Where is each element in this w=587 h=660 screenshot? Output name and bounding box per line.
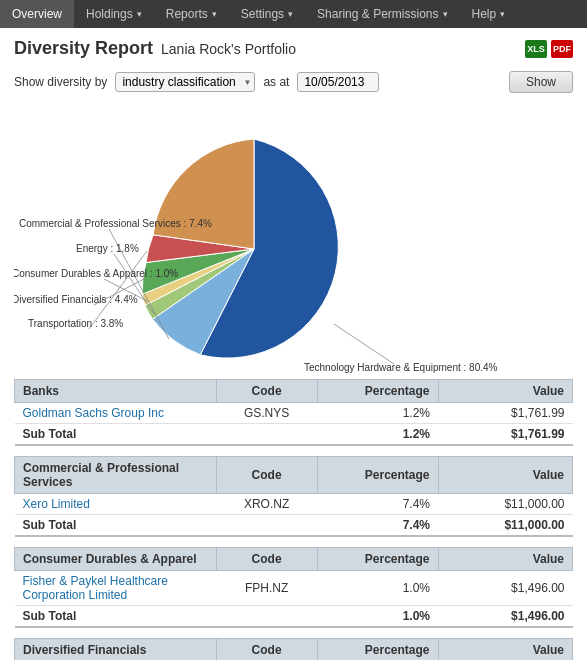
as-at-label: as at <box>263 75 289 89</box>
chevron-down-icon: ▾ <box>137 9 142 19</box>
chevron-down-icon: ▾ <box>500 9 505 19</box>
label-energy: Energy : 1.8% <box>76 243 139 254</box>
label-diversified: Diversified Financials : 4.4% <box>14 294 138 305</box>
banks-subtotal-val: $1,761.99 <box>438 424 572 446</box>
diversity-chart: Commercial & Professional Services : 7.4… <box>14 109 573 374</box>
show-diversity-label: Show diversity by <box>14 75 107 89</box>
commercial-table: Commercial & Professional Services Code … <box>14 456 573 537</box>
goldman-pct: 1.2% <box>317 403 438 424</box>
diversified-header: Diversified Financials Code Percentage V… <box>15 639 573 661</box>
diversified-table: Diversified Financials Code Percentage V… <box>14 638 573 660</box>
xero-name: Xero Limited <box>15 494 217 515</box>
chart-area: Commercial & Professional Services : 7.4… <box>0 99 587 379</box>
xero-code: XRO.NZ <box>216 494 317 515</box>
portfolio-name: Lania Rock's Portfolio <box>161 41 296 57</box>
consumer-subtotal-val: $1,496.00 <box>438 606 572 628</box>
banks-subtotal-pct: 1.2% <box>317 424 438 446</box>
consumer-table: Consumer Durables & Apparel Code Percent… <box>14 547 573 628</box>
date-input[interactable] <box>297 72 379 92</box>
table-row: Goldman Sachs Group Inc GS.NYS 1.2% $1,7… <box>15 403 573 424</box>
label-commercial: Commercial & Professional Services : 7.4… <box>19 218 212 229</box>
diversified-val-header: Value <box>438 639 572 661</box>
navigation: Overview Holdings ▾ Reports ▾ Settings ▾… <box>0 0 587 28</box>
banks-table: Banks Code Percentage Value Goldman Sach… <box>14 379 573 446</box>
nav-sharing[interactable]: Sharing & Permissions ▾ <box>305 0 459 28</box>
nav-reports[interactable]: Reports ▾ <box>154 0 229 28</box>
chevron-down-icon: ▾ <box>443 9 448 19</box>
banks-pct-header: Percentage <box>317 380 438 403</box>
consumer-code-header: Code <box>216 548 317 571</box>
banks-subtotal-label: Sub Total <box>15 424 217 446</box>
export-icons: XLS PDF <box>525 40 573 58</box>
chart-segment-banks <box>153 139 254 249</box>
commercial-subtotal: Sub Total 7.4% $11,000.00 <box>15 515 573 537</box>
tables-section: Banks Code Percentage Value Goldman Sach… <box>14 379 573 660</box>
svg-line-5 <box>334 324 394 364</box>
diversity-select[interactable]: industry classification <box>115 72 255 92</box>
banks-header: Banks Code Percentage Value <box>15 380 573 403</box>
chevron-down-icon: ▾ <box>288 9 293 19</box>
page-title: Diversity Report <box>14 38 153 59</box>
goldman-val: $1,761.99 <box>438 403 572 424</box>
banks-code-header: Code <box>216 380 317 403</box>
banks-section-label: Banks <box>15 380 217 403</box>
nav-overview[interactable]: Overview <box>0 0 74 28</box>
fph-code: FPH.NZ <box>216 571 317 606</box>
commercial-code-header: Code <box>216 457 317 494</box>
commercial-header: Commercial & Professional Services Code … <box>15 457 573 494</box>
commercial-subtotal-label: Sub Total <box>15 515 217 537</box>
consumer-pct-header: Percentage <box>317 548 438 571</box>
label-consumer: Consumer Durables & Apparel : 1.0% <box>14 268 178 279</box>
chevron-down-icon: ▾ <box>212 9 217 19</box>
banks-subtotal-code <box>216 424 317 446</box>
diversified-code-header: Code <box>216 639 317 661</box>
commercial-subtotal-val: $11,000.00 <box>438 515 572 537</box>
diversity-select-wrapper: industry classification <box>115 72 255 92</box>
fph-val: $1,496.00 <box>438 571 572 606</box>
xero-val: $11,000.00 <box>438 494 572 515</box>
export-xls-button[interactable]: XLS <box>525 40 547 58</box>
controls-bar: Show diversity by industry classificatio… <box>0 65 587 99</box>
goldman-code: GS.NYS <box>216 403 317 424</box>
nav-settings[interactable]: Settings ▾ <box>229 0 305 28</box>
fph-name: Fisher & Paykel Healthcare Corporation L… <box>15 571 217 606</box>
show-button[interactable]: Show <box>509 71 573 93</box>
commercial-subtotal-pct: 7.4% <box>317 515 438 537</box>
consumer-subtotal-code <box>216 606 317 628</box>
banks-subtotal: Sub Total 1.2% $1,761.99 <box>15 424 573 446</box>
xero-pct: 7.4% <box>317 494 438 515</box>
diversified-section-label: Diversified Financials <box>15 639 217 661</box>
commercial-pct-header: Percentage <box>317 457 438 494</box>
label-transport: Transportation : 3.8% <box>28 318 123 329</box>
nav-holdings[interactable]: Holdings ▾ <box>74 0 154 28</box>
consumer-val-header: Value <box>438 548 572 571</box>
fph-pct: 1.0% <box>317 571 438 606</box>
consumer-section-label: Consumer Durables & Apparel <box>15 548 217 571</box>
goldman-name: Goldman Sachs Group Inc <box>15 403 217 424</box>
table-row: Fisher & Paykel Healthcare Corporation L… <box>15 571 573 606</box>
commercial-section-label: Commercial & Professional Services <box>15 457 217 494</box>
table-row: Xero Limited XRO.NZ 7.4% $11,000.00 <box>15 494 573 515</box>
diversified-pct-header: Percentage <box>317 639 438 661</box>
banks-val-header: Value <box>438 380 572 403</box>
commercial-subtotal-code <box>216 515 317 537</box>
commercial-val-header: Value <box>438 457 572 494</box>
consumer-subtotal-label: Sub Total <box>15 606 217 628</box>
consumer-subtotal: Sub Total 1.0% $1,496.00 <box>15 606 573 628</box>
label-tech: Technology Hardware & Equipment : 80.4% <box>304 362 498 373</box>
consumer-subtotal-pct: 1.0% <box>317 606 438 628</box>
page-header: Diversity Report Lania Rock's Portfolio … <box>0 28 587 65</box>
nav-help[interactable]: Help ▾ <box>460 0 518 28</box>
consumer-header: Consumer Durables & Apparel Code Percent… <box>15 548 573 571</box>
export-pdf-button[interactable]: PDF <box>551 40 573 58</box>
